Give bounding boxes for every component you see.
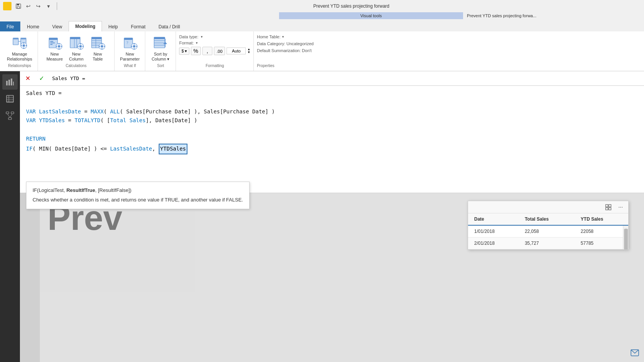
save-icon[interactable]	[15, 2, 22, 10]
sort-by-column-button[interactable]: Sort byColumn ▾	[149, 33, 172, 63]
tab-home[interactable]: Home	[20, 21, 46, 32]
svg-rect-36	[77, 46, 79, 47]
svg-rect-25	[59, 48, 59, 49]
intellisense-description: Checks whether a condition is met, and r…	[33, 196, 243, 204]
new-column-icon	[68, 35, 84, 51]
percent-button[interactable]: %	[191, 47, 201, 55]
dollar-label: $	[181, 49, 184, 53]
tab-file[interactable]: File	[0, 21, 20, 32]
tab-data-drill[interactable]: Data / Drill	[152, 21, 187, 32]
svg-rect-26	[56, 46, 57, 47]
home-table-dropdown[interactable]: ▾	[282, 35, 284, 39]
tab-modeling[interactable]: Modeling	[69, 21, 102, 32]
svg-rect-10	[21, 38, 26, 39]
cell-ytd-2: 57785	[575, 238, 628, 249]
ribbon-group-formatting: Data type: ▾ Format: ▾ $	[176, 31, 254, 71]
formula-line-1: Sales YTD =	[26, 89, 638, 98]
svg-rect-35	[80, 48, 81, 49]
svg-line-79	[7, 114, 10, 118]
decimal-button[interactable]: .00	[214, 47, 225, 55]
new-parameter-label: NewParameter	[120, 52, 140, 62]
svg-rect-0	[4, 5, 7, 10]
ribbon-group-properties: Home Table: ▾ Data Category: Uncategoriz…	[254, 31, 361, 71]
ribbon-area: Visual tools Prevent YTD sales projectin…	[0, 12, 644, 71]
svg-rect-77	[11, 112, 14, 114]
new-measure-label: NewMeasure	[46, 52, 63, 62]
svg-rect-5	[17, 7, 20, 8]
formula-line-if: IF ( MIN ( Dates[Date] ) <= LastSalesDat…	[26, 144, 638, 154]
content-area: ✕ ✓ Sales YTD = Sales YTD = VAR	[20, 71, 644, 362]
format-dropdown[interactable]: ▾	[195, 41, 198, 45]
default-summarization-label: Default Summarization: Don't	[257, 48, 312, 53]
svg-rect-2	[9, 2, 11, 10]
redo-icon[interactable]: ↪	[34, 2, 42, 10]
svg-rect-57	[131, 46, 132, 47]
sidebar-icon-report[interactable]	[2, 74, 18, 90]
table-scrollbar[interactable]	[623, 226, 628, 249]
svg-rect-20	[50, 43, 55, 43]
ribbon-group-items-calculations: NewMeasure	[44, 33, 108, 64]
svg-rect-56	[134, 48, 135, 49]
auto-input[interactable]	[227, 48, 246, 54]
new-table-icon	[90, 35, 106, 51]
table-more-icon[interactable]: ⋯	[616, 203, 625, 212]
formula-content[interactable]: Sales YTD =	[49, 71, 642, 85]
formula-editor[interactable]: Sales YTD = VAR LastSalesDate = MAXX ( A…	[20, 86, 644, 193]
tab-help[interactable]: Help	[102, 21, 125, 32]
svg-rect-78	[8, 118, 12, 120]
data-type-dropdown[interactable]: ▾	[200, 35, 203, 39]
table-container: Date Total Sales YTD Sales 1/01/2018 22,…	[468, 213, 628, 249]
manage-relationships-button[interactable]: ManageRelationships	[5, 33, 34, 63]
formula-line-var2: VAR YTDSales = TOTALYTD ( [ Total Sales …	[26, 116, 638, 125]
intellisense-signature: IF(LogicalTest, ResultIfTrue, [ResultIfF…	[33, 187, 243, 195]
new-measure-button[interactable]: NewMeasure	[44, 33, 65, 63]
new-table-button[interactable]: NewTable	[87, 33, 108, 63]
new-column-label: NewColumn	[69, 52, 84, 62]
dollar-dropdown[interactable]: $ ▾	[179, 48, 189, 55]
svg-rect-18	[49, 38, 58, 40]
table-grid-icon[interactable]	[604, 203, 613, 212]
window-subtitle: Prevent YTD sales projecting forwa...	[464, 12, 644, 19]
ribbon: ManageRelationships Relationships	[0, 31, 644, 71]
tab-format[interactable]: Format	[125, 21, 152, 32]
selected-token: YTDSales	[159, 144, 187, 154]
svg-rect-4	[17, 4, 19, 5]
col-total-sales: Total Sales	[519, 213, 575, 225]
main-area: ✕ ✓ Sales YTD = Sales YTD = VAR	[0, 71, 644, 362]
new-parameter-button[interactable]: ? NewParameter	[118, 33, 142, 63]
svg-point-23	[58, 45, 60, 48]
svg-rect-84	[609, 208, 611, 210]
svg-point-54	[133, 45, 135, 48]
svg-rect-47	[102, 48, 102, 49]
sidebar-icon-data[interactable]	[2, 91, 18, 106]
svg-rect-27	[61, 46, 62, 47]
data-table-overlay: ⋯ Date Total Sales YTD Sales	[468, 201, 629, 250]
auto-spinner[interactable]: ▲ ▼	[247, 48, 250, 54]
cell-ytd-1: 22058	[575, 225, 628, 238]
formula-bar: ✕ ✓ Sales YTD =	[20, 71, 644, 86]
formula-accept-button[interactable]: ✓	[35, 71, 48, 85]
svg-rect-67	[6, 81, 8, 85]
cell-total-1: 22,058	[519, 225, 575, 238]
scrollbar-thumb[interactable]	[624, 229, 628, 249]
svg-rect-29	[70, 37, 80, 39]
quick-access-dropdown[interactable]: ▾	[44, 2, 52, 10]
manage-relationships-label: ManageRelationships	[7, 52, 32, 62]
cell-date-2: 2/01/2018	[468, 238, 519, 249]
tab-view[interactable]: View	[46, 21, 69, 32]
svg-rect-49	[104, 46, 105, 47]
undo-icon[interactable]: ↩	[25, 2, 32, 10]
format-row: Format: ▾	[179, 41, 250, 45]
formula-line-blank-2	[26, 125, 638, 134]
new-column-button[interactable]: NewColumn	[66, 33, 87, 63]
sidebar-icon-model[interactable]	[2, 108, 18, 123]
cell-date-1: 1/01/2018	[468, 225, 519, 238]
data-category-row: Data Category: Uncategorized	[257, 41, 358, 46]
svg-rect-39	[92, 37, 102, 39]
subscribe-icon[interactable]	[629, 347, 640, 358]
svg-rect-34	[80, 43, 81, 44]
table-header: Date Total Sales YTD Sales	[468, 213, 628, 225]
formula-cancel-button[interactable]: ✕	[21, 71, 34, 85]
formula-line-return: RETURN	[26, 134, 638, 144]
comma-button[interactable]: ,	[202, 47, 212, 55]
